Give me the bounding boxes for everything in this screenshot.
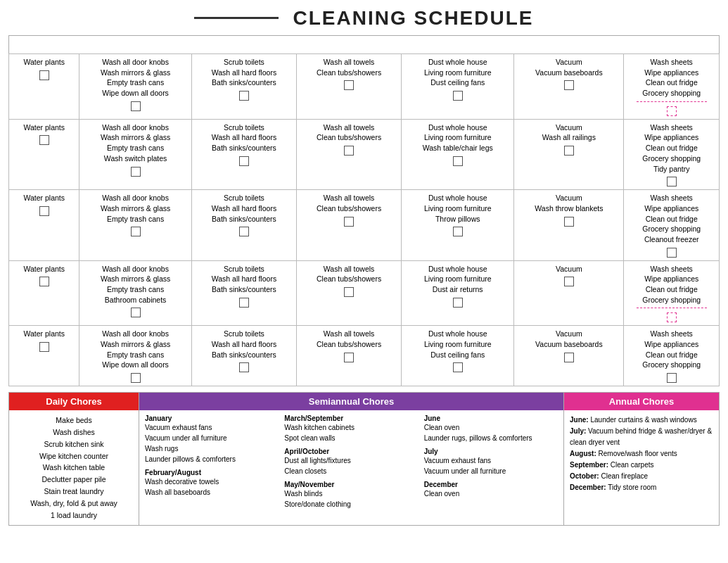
cell-row2-monday: Wash all door knobsWash mirrors & glassE… — [79, 190, 191, 260]
cell-text-row3-thursday: Dust whole houseLiving room furnitureDus… — [424, 264, 492, 295]
cell-text-row0-tuesday: Scrub toiletsWash all hard floorsBath si… — [212, 57, 276, 88]
cell-row3-tuesday: Scrub toiletsWash all hard floorsBath si… — [191, 260, 296, 326]
annual-item: September: Clean carpets — [570, 460, 713, 471]
semi-section-title: March/September — [284, 415, 418, 422]
daily-item: Wipe kitchen counter — [15, 450, 133, 462]
semi-item: Launder rugs, pillows & comforters — [424, 433, 558, 443]
cell-text-row0-wednesday: Wash all towelsClean tubs/showers — [317, 57, 381, 77]
cell-row1-saturday: Wash sheetsWipe appliancesClean out frid… — [624, 119, 720, 189]
annual-item: August: Remove/wash floor vents — [570, 448, 713, 460]
header-wednesday: Wednesday — [297, 36, 402, 54]
cell-text-row0-friday: VacuumVacuum baseboards — [535, 57, 603, 77]
checkbox[interactable] — [39, 135, 49, 145]
cell-row4-monday: Wash all door knobsWash mirrors & glassE… — [79, 326, 191, 386]
cell-text-row1-saturday: Wash sheetsWipe appliancesClean out frid… — [642, 122, 701, 174]
cell-text-row3-tuesday: Scrub toiletsWash all hard floorsBath si… — [212, 264, 276, 295]
cell-text-row0-sunday: Water plants — [23, 57, 65, 68]
cell-text-row0-monday: Wash all door knobsWash mirrors & glassE… — [101, 57, 170, 99]
checkbox[interactable] — [453, 362, 463, 372]
semi-item: Wash blinds — [284, 488, 418, 499]
title-line: CLEANING SCHEDULE — [8, 7, 720, 30]
cell-row3-wednesday: Wash all towelsClean tubs/showers — [297, 260, 402, 326]
cell-text-row0-thursday: Dust whole houseLiving room furnitureDus… — [424, 57, 492, 88]
checkbox[interactable] — [453, 91, 463, 101]
checkbox-dashed[interactable] — [667, 312, 677, 322]
daily-item: Scrub kitchen sink — [15, 438, 133, 450]
daily-item: Wash kitchen table — [15, 462, 133, 474]
checkbox[interactable] — [564, 277, 574, 286]
checkbox[interactable] — [239, 298, 249, 308]
checkbox-dashed[interactable] — [667, 106, 677, 116]
cell-text-row2-tuesday: Scrub toiletsWash all hard floorsBath si… — [212, 193, 276, 224]
semi-section-title: February/August — [145, 469, 279, 476]
cell-text-row2-saturday: Wash sheetsWipe appliancesClean out frid… — [642, 193, 701, 244]
daily-body: Make bedsWash dishesScrub kitchen sinkWi… — [9, 410, 139, 525]
page-title: CLEANING SCHEDULE — [293, 7, 533, 30]
cell-text-row2-thursday: Dust whole houseLiving room furnitureThr… — [424, 193, 492, 224]
title-section: CLEANING SCHEDULE — [8, 7, 720, 30]
checkbox[interactable] — [564, 353, 574, 362]
checkbox[interactable] — [131, 101, 141, 111]
cell-text-row4-friday: VacuumVacuum baseboards — [535, 329, 603, 349]
checkbox[interactable] — [131, 167, 141, 177]
checkbox[interactable] — [131, 308, 141, 317]
semi-item: Clean closets — [284, 466, 418, 476]
cell-row1-sunday: Water plants — [9, 119, 79, 189]
cell-row0-monday: Wash all door knobsWash mirrors & glassE… — [79, 54, 191, 120]
checkbox[interactable] — [39, 342, 49, 352]
checkbox[interactable] — [564, 217, 574, 227]
cell-text-row2-wednesday: Wash all towelsClean tubs/showers — [317, 193, 381, 213]
cell-text-row4-thursday: Dust whole houseLiving room furnitureDus… — [424, 329, 492, 360]
checkbox[interactable] — [39, 277, 49, 286]
semi-sub-col2: JuneClean ovenLaunder rugs, pillows & co… — [424, 415, 558, 514]
semi-item: Clean oven — [424, 422, 558, 433]
cell-row3-friday: Vacuum — [514, 260, 624, 326]
annual-item: October: Clean fireplace — [570, 471, 713, 482]
checkbox[interactable] — [344, 353, 354, 362]
cell-row0-wednesday: Wash all towelsClean tubs/showers — [297, 54, 402, 120]
checkbox[interactable] — [344, 287, 354, 297]
checkbox[interactable] — [239, 227, 249, 236]
annual-item: December: Tidy store room — [570, 482, 713, 493]
title-underline — [194, 17, 279, 19]
daily-item: Stain treat laundry — [15, 486, 133, 498]
checkbox[interactable] — [667, 248, 677, 258]
semi-section-title: May/November — [284, 481, 418, 488]
daily-item: Wash, dry, fold & put away — [15, 498, 133, 510]
checkbox[interactable] — [344, 80, 354, 90]
checkbox[interactable] — [131, 227, 141, 236]
header-saturday: Saturday — [624, 36, 720, 54]
checkbox[interactable] — [131, 373, 141, 383]
cell-row4-thursday: Dust whole houseLiving room furnitureDus… — [402, 326, 514, 386]
checkbox[interactable] — [667, 177, 677, 186]
checkbox[interactable] — [239, 362, 249, 372]
checkbox[interactable] — [453, 156, 463, 166]
cell-row1-thursday: Dust whole houseLiving room furnitureWas… — [402, 119, 514, 189]
checkbox[interactable] — [453, 298, 463, 308]
cell-text-row4-monday: Wash all door knobsWash mirrors & glassE… — [101, 329, 170, 370]
semi-item: Vacuum under all furniture — [145, 433, 279, 443]
checkbox[interactable] — [564, 80, 574, 90]
checkbox[interactable] — [344, 217, 354, 227]
checkbox[interactable] — [564, 146, 574, 156]
cell-row0-tuesday: Scrub toiletsWash all hard floorsBath si… — [191, 54, 296, 120]
checkbox[interactable] — [667, 373, 677, 383]
checkbox[interactable] — [39, 70, 49, 80]
semi-section-title: June — [424, 415, 558, 422]
daily-column: Daily Chores Make bedsWash dishesScrub k… — [9, 393, 139, 525]
cell-text-row4-sunday: Water plants — [23, 329, 65, 339]
checkbox[interactable] — [239, 156, 249, 166]
cell-row4-saturday: Wash sheetsWipe appliancesClean out frid… — [624, 326, 720, 386]
checkbox[interactable] — [239, 91, 249, 101]
cell-row2-tuesday: Scrub toiletsWash all hard floorsBath si… — [191, 190, 296, 260]
cell-text-row4-saturday: Wash sheetsWipe appliancesClean out frid… — [642, 329, 701, 370]
semi-item: Vacuum exhaust fans — [424, 455, 558, 466]
checkbox[interactable] — [344, 146, 354, 156]
cell-text-row1-monday: Wash all door knobsWash mirrors & glassE… — [101, 122, 170, 164]
bottom-section: Daily Chores Make bedsWash dishesScrub k… — [8, 392, 720, 526]
semi-item: Wash decorative towels — [145, 476, 279, 487]
daily-header: Daily Chores — [9, 393, 139, 410]
cell-row2-sunday: Water plants — [9, 190, 79, 260]
checkbox[interactable] — [39, 206, 49, 216]
checkbox[interactable] — [453, 227, 463, 236]
